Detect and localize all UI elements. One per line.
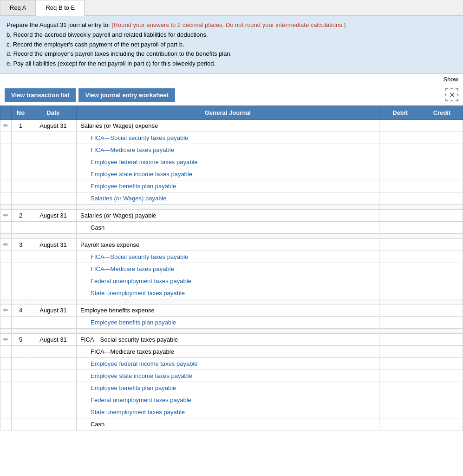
table-row: Salaries (or Wages) payable [0, 192, 463, 204]
table-row: ✏4August 31Employee benefits expense [0, 304, 463, 316]
entry-date-empty [30, 382, 77, 394]
table-row: Cash [0, 221, 463, 233]
edit-cell-empty [0, 251, 12, 263]
account-name: Employee benefits plan payable [77, 382, 379, 394]
edit-cell[interactable]: ✏ [0, 333, 12, 345]
instruction-e: e. Pay all liabilities (except for the n… [7, 60, 215, 67]
edit-cell-empty [0, 287, 12, 299]
edit-cell[interactable]: ✏ [0, 209, 12, 221]
entry-number: 4 [12, 304, 30, 316]
entry-date-empty [30, 418, 77, 430]
edit-cell-empty [0, 221, 12, 233]
debit-value [379, 221, 421, 233]
debit-value [379, 345, 421, 357]
entry-number-empty [12, 418, 30, 430]
debit-value [379, 418, 421, 430]
table-row: State unemployment taxes payable [0, 287, 463, 299]
table-row: ✏5August 31FICA—Social security taxes pa… [0, 333, 463, 345]
entry-date: August 31 [30, 304, 77, 316]
credit-value [421, 263, 463, 275]
edit-cell[interactable]: ✏ [0, 238, 12, 251]
view-transaction-button[interactable]: View transaction list [5, 88, 76, 102]
entry-number-empty [12, 180, 30, 192]
spacer-row [0, 328, 463, 333]
edit-cell-empty [0, 180, 12, 192]
table-row: ✏3August 31Payroll taxes expense [0, 238, 463, 251]
edit-cell[interactable]: ✏ [0, 119, 12, 132]
entry-date-empty [30, 345, 77, 357]
spacer-row [0, 233, 463, 238]
credit-value [421, 251, 463, 263]
table-row: ✏1August 31Salaries (or Wages) expense [0, 119, 463, 132]
edit-icon[interactable]: ✏ [3, 336, 9, 343]
debit-value [379, 394, 421, 406]
edit-icon[interactable]: ✏ [3, 122, 9, 129]
edit-cell-empty [0, 370, 12, 382]
col-header-debit: Debit [379, 106, 421, 119]
edit-cell[interactable]: ✏ [0, 304, 12, 316]
debit-value [379, 406, 421, 418]
table-row: Cash [0, 418, 463, 430]
edit-cell-empty [0, 192, 12, 204]
entry-number-empty [12, 406, 30, 418]
close-button[interactable]: ✕ [445, 88, 458, 101]
table-row: FICA—Social security taxes payable [0, 132, 463, 144]
entry-date: August 31 [30, 119, 77, 132]
table-row: ✏2August 31Salaries (or Wages) payable [0, 209, 463, 221]
edit-cell-empty [0, 418, 12, 430]
edit-cell-empty [0, 382, 12, 394]
tab-req-b-to-e[interactable]: Req B to E [36, 0, 85, 16]
debit-value [379, 238, 421, 251]
credit-value [421, 168, 463, 180]
instruction-c: c. Record the employer's cash payment of… [7, 41, 184, 48]
debit-value [379, 251, 421, 263]
entry-date-empty [30, 406, 77, 418]
credit-value [421, 192, 463, 204]
entry-date-empty [30, 192, 77, 204]
tab-req-a[interactable]: Req A [0, 0, 36, 15]
entry-date: August 31 [30, 238, 77, 251]
entry-number: 3 [12, 238, 30, 251]
edit-icon[interactable]: ✏ [3, 212, 9, 219]
account-name: Employee benefits plan payable [77, 180, 379, 192]
entry-date-empty [30, 144, 77, 156]
view-journal-button[interactable]: View journal entry worksheet [78, 88, 175, 102]
debit-value [379, 144, 421, 156]
edit-cell-empty [0, 168, 12, 180]
debit-value [379, 156, 421, 168]
edit-cell-empty [0, 156, 12, 168]
account-name: FICA—Social security taxes payable [77, 132, 379, 144]
spacer-row [0, 299, 463, 304]
account-name: Employee state income taxes payable [77, 370, 379, 382]
entry-date-empty [30, 168, 77, 180]
account-name: Salaries (or Wages) payable [77, 209, 379, 221]
entry-date-empty [30, 263, 77, 275]
entry-date-empty [30, 357, 77, 370]
credit-value [421, 132, 463, 144]
instruction-b: b. Record the accrued biweekly payroll a… [7, 31, 208, 38]
debit-value [379, 370, 421, 382]
account-name: Employee benefits plan payable [77, 316, 379, 328]
edit-icon[interactable]: ✏ [3, 241, 9, 248]
account-name: State unemployment taxes payable [77, 287, 379, 299]
entry-date-empty [30, 180, 77, 192]
col-header-general-journal: General Journal [77, 106, 379, 119]
entry-number-empty [12, 144, 30, 156]
debit-value [379, 275, 421, 287]
account-name: FICA—Medicare taxes payable [77, 144, 379, 156]
entry-date-empty [30, 394, 77, 406]
show-row: Show [0, 74, 463, 85]
tab-bar: Req A Req B to E [0, 0, 463, 16]
edit-icon[interactable]: ✏ [3, 306, 9, 314]
entry-number-empty [12, 156, 30, 168]
entry-date: August 31 [30, 333, 77, 345]
credit-value [421, 406, 463, 418]
edit-cell-empty [0, 132, 12, 144]
account-name: FICA—Social security taxes payable [77, 251, 379, 263]
account-name: FICA—Medicare taxes payable [77, 345, 379, 357]
credit-value [421, 221, 463, 233]
entry-number-empty [12, 382, 30, 394]
credit-value [421, 287, 463, 299]
debit-value [379, 119, 421, 132]
debit-value [379, 382, 421, 394]
